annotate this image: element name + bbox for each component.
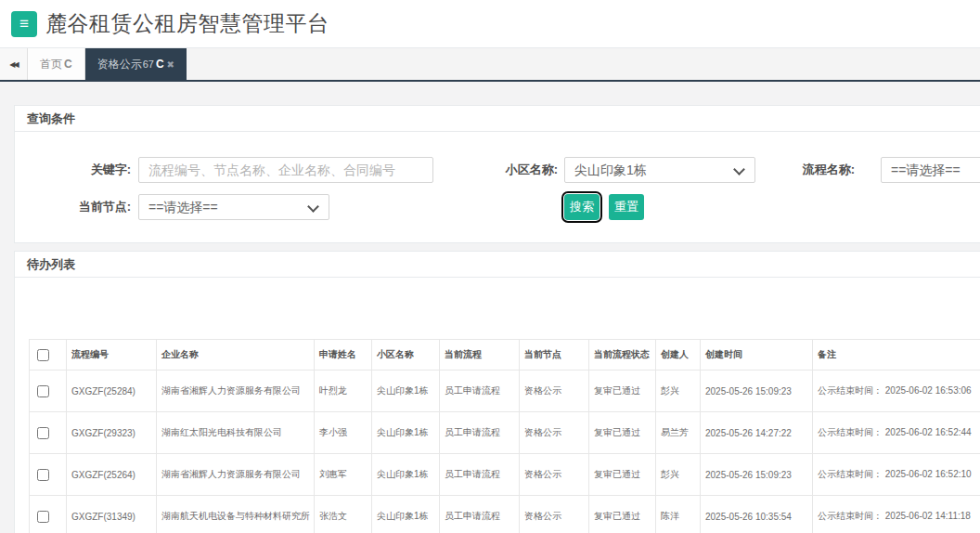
app-header: ≡ 麓谷租赁公租房智慧管理平台 [0, 0, 980, 48]
table-cell: 资格公示 [520, 496, 589, 533]
table-cell: 复审已通过 [589, 370, 656, 412]
table-cell: 湖南红太阳光电科技有限公司 [157, 412, 315, 454]
column-header-7: 创建人 [656, 340, 701, 370]
table-cell: 2025-05-26 15:09:23 [701, 370, 813, 412]
table-cell: 尖山印象1栋 [372, 454, 440, 496]
table-cell: 员工申请流程 [440, 496, 520, 533]
todo-table: 流程编号企业名称申请姓名小区名称当前流程当前节点当前流程状态创建人创建时间备注G… [29, 339, 980, 533]
table-cell: GXGZF(29323) [67, 412, 157, 454]
todo-body: 流程编号企业名称申请姓名小区名称当前流程当前节点当前流程状态创建人创建时间备注G… [15, 278, 980, 533]
select-all-cell [30, 340, 67, 370]
table-cell: 易兰芳 [656, 412, 701, 454]
query-panel-title: 查询条件 [15, 106, 980, 132]
process-name-select[interactable]: ==请选择== [881, 157, 980, 183]
column-header-1: 企业名称 [157, 340, 315, 370]
hamburger-menu-icon[interactable]: ≡ [11, 11, 37, 37]
table-row: GXGZF(25284)湖南省湘辉人力资源服务有限公司叶烈龙尖山印象1栋员工申请… [30, 370, 980, 412]
query-panel: 查询条件 关键字: 小区名称: 尖山印象1栋 流程名称: ==请选择== 当前节… [14, 105, 980, 243]
keyword-label: 关键字: [29, 157, 131, 183]
table-cell: 员工申请流程 [440, 454, 520, 496]
community-select-wrap: 尖山印象1栋 [564, 157, 755, 183]
search-button[interactable]: 搜索 [564, 194, 600, 220]
column-header-2: 申请姓名 [315, 340, 372, 370]
table-cell: 员工申请流程 [440, 412, 520, 454]
row-checkbox-cell [30, 496, 67, 533]
close-tab-icon[interactable]: ✖ [167, 59, 174, 70]
column-header-5: 当前节点 [520, 340, 589, 370]
collapse-tabs-icon[interactable]: ◀◀ [0, 48, 28, 80]
table-cell: 彭兴 [656, 454, 701, 496]
select-all-checkbox[interactable] [37, 349, 49, 361]
table-cell: GXGZF(25264) [67, 454, 157, 496]
tab-qualification-publicity[interactable]: 资格公示67C✖ [85, 48, 187, 80]
column-header-0: 流程编号 [67, 340, 157, 370]
table-cell: 复审已通过 [589, 454, 656, 496]
row-checkbox-cell [30, 412, 67, 454]
table-row: GXGZF(31349)湖南航天机电设备与特种材料研究所张浩文尖山印象1栋员工申… [30, 496, 980, 533]
table-cell: GXGZF(25284) [67, 370, 157, 412]
community-select[interactable]: 尖山印象1栋 [564, 157, 755, 183]
table-cell: 2025-05-26 14:27:22 [701, 412, 813, 454]
table-cell: GXGZF(31349) [67, 496, 157, 533]
table-cell: 叶烈龙 [315, 370, 372, 412]
column-header-8: 创建时间 [701, 340, 813, 370]
row-checkbox-cell [30, 454, 67, 496]
app-title: 麓谷租赁公租房智慧管理平台 [45, 9, 329, 38]
row-checkbox[interactable] [37, 511, 49, 523]
tab-home-label: 首页 [40, 57, 62, 72]
community-label: 小区名称: [456, 157, 558, 183]
table-cell: 资格公示 [520, 412, 589, 454]
table-cell: 湖南省湘辉人力资源服务有限公司 [157, 370, 315, 412]
table-row: GXGZF(29323)湖南红太阳光电科技有限公司李小强尖山印象1栋员工申请流程… [30, 412, 980, 454]
current-node-select-wrap: ==请选择== [138, 194, 329, 220]
table-cell: 公示结束时间： 2025-06-02 14:11:18 [813, 496, 980, 533]
table-cell: 资格公示 [520, 370, 589, 412]
page-content: 查询条件 关键字: 小区名称: 尖山印象1栋 流程名称: ==请选择== 当前节… [0, 82, 980, 533]
reset-button[interactable]: 重置 [609, 194, 644, 220]
process-name-label: 流程名称: [753, 157, 855, 183]
query-form: 关键字: 小区名称: 尖山印象1栋 流程名称: ==请选择== 当前节点: ==… [15, 132, 980, 243]
table-cell: 陈洋 [656, 496, 701, 533]
column-header-6: 当前流程状态 [589, 340, 656, 370]
tab-active-label: 资格公示 [97, 57, 142, 72]
row-checkbox-cell [30, 370, 67, 412]
table-cell: 湖南省湘辉人力资源服务有限公司 [157, 454, 315, 496]
todo-panel-title: 待办列表 [15, 252, 980, 278]
table-cell: 2025-05-26 15:09:23 [701, 454, 813, 496]
table-cell: 尖山印象1栋 [372, 412, 440, 454]
table-cell: 刘惠军 [315, 454, 372, 496]
tab-bar: ◀◀ 首页C 资格公示67C✖ [0, 48, 980, 82]
column-header-9: 备注 [813, 340, 980, 370]
table-cell: 资格公示 [520, 454, 589, 496]
current-node-select[interactable]: ==请选择== [138, 194, 329, 220]
table-cell: 公示结束时间： 2025-06-02 16:52:10 [813, 454, 980, 496]
table-cell: 尖山印象1栋 [372, 496, 440, 533]
table-cell: 公示结束时间： 2025-06-02 16:52:44 [813, 412, 980, 454]
current-node-label: 当前节点: [29, 194, 131, 220]
table-cell: 公示结束时间： 2025-06-02 16:53:06 [813, 370, 980, 412]
refresh-icon[interactable]: C [64, 58, 72, 71]
table-cell: 张浩文 [315, 496, 372, 533]
keyword-input[interactable] [138, 157, 433, 183]
row-checkbox[interactable] [37, 427, 49, 439]
table-row: GXGZF(25264)湖南省湘辉人力资源服务有限公司刘惠军尖山印象1栋员工申请… [30, 454, 980, 496]
refresh-icon[interactable]: C [156, 58, 164, 71]
tab-count-badge: 67 [143, 58, 154, 70]
table-cell: 尖山印象1栋 [372, 370, 440, 412]
table-cell: 复审已通过 [589, 412, 656, 454]
table-header-row: 流程编号企业名称申请姓名小区名称当前流程当前节点当前流程状态创建人创建时间备注 [30, 340, 980, 370]
tab-home[interactable]: 首页C [28, 48, 85, 80]
table-cell: 复审已通过 [589, 496, 656, 533]
table-cell: 员工申请流程 [440, 370, 520, 412]
todo-panel: 待办列表 流程编号企业名称申请姓名小区名称当前流程当前节点当前流程状态创建人创建… [14, 251, 980, 533]
row-checkbox[interactable] [37, 385, 49, 397]
process-name-select-wrap: ==请选择== [881, 157, 980, 183]
table-cell: 李小强 [315, 412, 372, 454]
row-checkbox[interactable] [37, 469, 49, 481]
table-cell: 2025-05-26 10:35:54 [701, 496, 813, 533]
column-header-4: 当前流程 [440, 340, 520, 370]
table-cell: 湖南航天机电设备与特种材料研究所 [157, 496, 315, 533]
table-cell: 彭兴 [656, 370, 701, 412]
column-header-3: 小区名称 [372, 340, 440, 370]
